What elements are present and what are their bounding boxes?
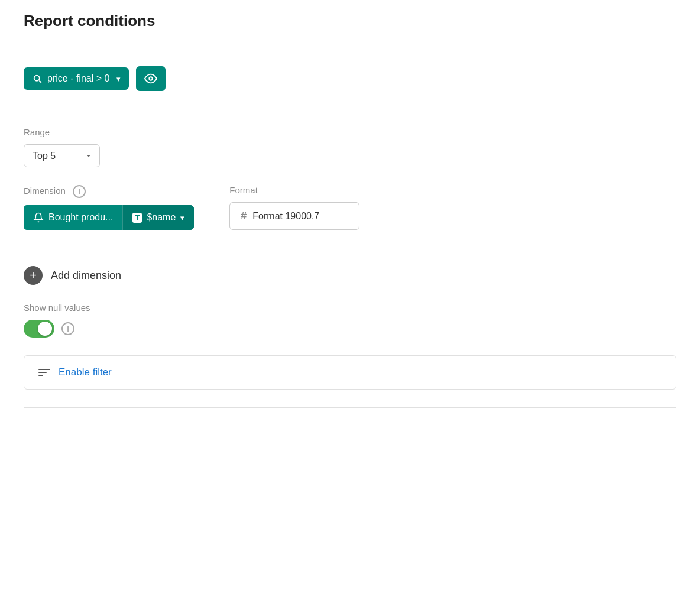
filter-pill-button[interactable]: price - final > 0 ▾ xyxy=(24,67,129,90)
enable-filter-section[interactable]: Enable filter xyxy=(24,355,676,390)
divider-1 xyxy=(24,109,676,109)
page-title: Report conditions xyxy=(24,12,676,30)
range-section: Range Top 5 Top 10 Top 20 Bottom 5 Botto… xyxy=(24,127,676,167)
divider-2 xyxy=(24,248,676,248)
filter-search-icon xyxy=(32,73,43,84)
dimension-chevron: ▾ xyxy=(180,213,184,222)
enable-filter-label[interactable]: Enable filter xyxy=(59,366,112,378)
add-dimension-row[interactable]: + Add dimension xyxy=(24,266,676,285)
format-section: Format # Format 19000.7 xyxy=(229,185,359,230)
dimension-info-icon[interactable]: i xyxy=(73,185,86,198)
eye-icon xyxy=(144,72,157,85)
dimension-right-part: T $name ▾ xyxy=(122,205,194,230)
show-null-info-icon[interactable]: i xyxy=(61,322,74,335)
dimension-left-part: Bought produ... xyxy=(24,205,122,230)
filter-pill-chevron: ▾ xyxy=(116,74,121,83)
eye-button[interactable] xyxy=(136,66,166,91)
range-label: Range xyxy=(24,127,676,137)
toggle-thumb xyxy=(38,322,52,336)
dimension-section: Dimension i Bought produ... T $name ▾ xyxy=(24,185,194,230)
range-select[interactable]: Top 5 Top 10 Top 20 Bottom 5 Bottom 10 xyxy=(24,144,100,167)
dimension-label: Dimension i xyxy=(24,185,194,198)
dimension-t-box: T xyxy=(132,213,142,223)
divider-top xyxy=(24,48,676,48)
hash-icon: # xyxy=(241,210,247,222)
svg-point-2 xyxy=(150,77,153,80)
format-value: Format 19000.7 xyxy=(252,211,319,222)
toggle-track xyxy=(24,320,54,338)
dimension-left-label: Bought produ... xyxy=(48,212,113,223)
divider-bottom xyxy=(24,407,676,408)
page-container: Report conditions price - final > 0 ▾ Ra… xyxy=(0,0,700,431)
dimension-pill-button[interactable]: Bought produ... T $name ▾ xyxy=(24,205,194,230)
add-dimension-label[interactable]: Add dimension xyxy=(51,270,121,282)
show-null-toggle[interactable] xyxy=(24,320,54,338)
dimension-bell-icon xyxy=(33,212,44,223)
dimension-label-text: Dimension xyxy=(24,186,66,196)
dimension-format-row: Dimension i Bought produ... T $name ▾ xyxy=(24,185,676,230)
add-dimension-icon[interactable]: + xyxy=(24,266,43,285)
toggle-row: i xyxy=(24,320,676,338)
dimension-right-label: $name xyxy=(147,212,176,223)
format-button[interactable]: # Format 19000.7 xyxy=(229,202,359,230)
show-null-section: Show null values i xyxy=(24,303,676,338)
filter-row: price - final > 0 ▾ xyxy=(24,66,676,91)
format-label: Format xyxy=(229,185,359,195)
svg-point-0 xyxy=(34,76,40,81)
filter-pill-label: price - final > 0 xyxy=(47,73,109,84)
show-null-label: Show null values xyxy=(24,303,676,313)
svg-line-1 xyxy=(39,80,41,82)
filter-lines-icon xyxy=(38,369,50,376)
